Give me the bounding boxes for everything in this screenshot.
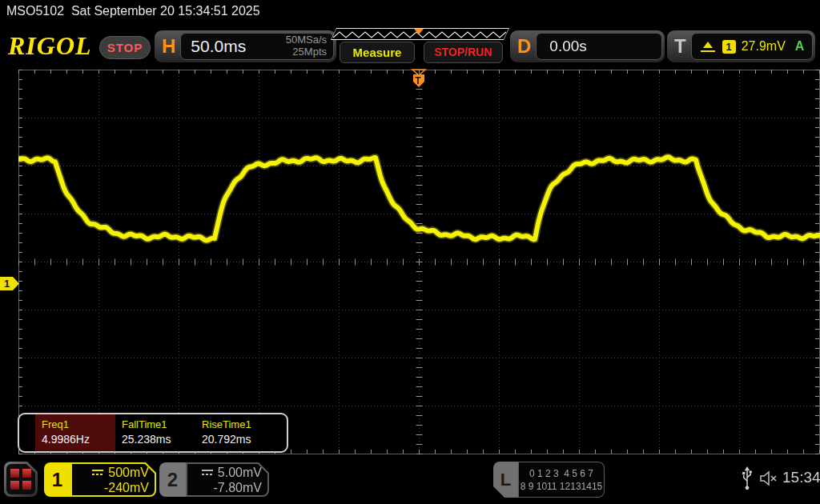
- trigger-level-value: 27.9mV: [742, 39, 786, 54]
- digital-channels-row1: 0 1 2 3 4 5 6 7: [529, 467, 593, 480]
- h-label: H: [155, 35, 180, 58]
- measurement-value: 4.9986Hz: [42, 433, 115, 446]
- timebase-value: 50.0ms: [181, 37, 246, 56]
- horizontal-settings-group[interactable]: H 50.0ms 50MSa/s 25Mpts: [155, 30, 336, 62]
- speaker-muted-icon: [759, 470, 779, 486]
- trigger-marker-label: T: [409, 75, 427, 86]
- measurement-label: Freq1: [42, 418, 115, 430]
- measure-button[interactable]: Measure: [340, 42, 415, 63]
- menu-grid-icon: [6, 464, 35, 494]
- channel1-status-block[interactable]: 1 500mV -240mV: [44, 462, 156, 497]
- stop-run-button[interactable]: STOP/RUN: [424, 42, 503, 63]
- sample-rate-memdepth: 50MSa/s 25Mpts: [286, 34, 333, 58]
- trigger-mode: A: [795, 39, 812, 54]
- channel2-number-tab[interactable]: 2: [159, 462, 186, 497]
- channel1-number-tab[interactable]: 1: [44, 462, 70, 497]
- channel1-offset: -240mV: [104, 480, 149, 495]
- trigger-settings-group[interactable]: T 1 27.9mV A: [667, 30, 815, 62]
- sample-rate: 50MSa/s: [286, 34, 327, 46]
- channel2-scale: 5.00mV: [218, 465, 262, 480]
- measurement-panel[interactable]: Freq1 4.9986Hz FallTime1 25.238ms RiseTi…: [18, 413, 288, 453]
- measurement-label: FallTime1: [122, 418, 195, 430]
- logic-analyzer-tab[interactable]: L: [493, 462, 518, 498]
- measurement-value: 25.238ms: [122, 433, 195, 446]
- t-label: T: [667, 35, 691, 58]
- measurement-falltime1[interactable]: FallTime1 25.238ms: [115, 414, 195, 451]
- logic-analyzer-block[interactable]: L 0 1 2 3 4 5 6 7 8 9 1011 12131415: [493, 462, 605, 498]
- measurement-value: 20.792ms: [202, 433, 275, 446]
- measurement-panel-spacer: [19, 414, 35, 451]
- model-and-datetime: MSO5102 Sat September 20 15:34:51 2025: [6, 4, 260, 18]
- channel2-offset: -7.80mV: [214, 480, 262, 495]
- memory-depth: 25Mpts: [292, 46, 327, 58]
- rigol-logo: RIGOL: [8, 31, 92, 61]
- acquisition-stop-badge: STOP: [99, 36, 151, 59]
- digital-channels-row2: 8 9 1011 12131415: [521, 480, 603, 493]
- dc-coupling-icon: [201, 469, 214, 476]
- trigger-box[interactable]: 1 27.9mV A: [691, 33, 813, 60]
- usb-icon: [742, 466, 753, 490]
- delay-value: 0.00s: [537, 38, 586, 55]
- delay-settings-group[interactable]: D 0.00s: [510, 30, 665, 62]
- trigger-slope-icon: [700, 40, 716, 53]
- channel1-scale: 500mV: [108, 465, 149, 480]
- channel2-status-block[interactable]: 2 5.00mV -7.80mV: [159, 462, 269, 497]
- measurement-freq1[interactable]: Freq1 4.9986Hz: [35, 414, 115, 451]
- timebase-box[interactable]: 50.0ms 50MSa/s 25Mpts: [180, 33, 334, 60]
- dc-coupling-icon: [91, 469, 104, 476]
- measurement-risetime1[interactable]: RiseTime1 20.792ms: [195, 414, 275, 451]
- clock: 15:34: [782, 469, 820, 486]
- d-label: D: [510, 35, 536, 58]
- oscilloscope-screen: MSO5102 Sat September 20 15:34:51 2025 R…: [0, 0, 820, 504]
- measurement-label: RiseTime1: [202, 418, 275, 430]
- delay-box[interactable]: 0.00s: [536, 33, 662, 60]
- preview-trigger-position-icon: [414, 29, 424, 34]
- trigger-source-badge: 1: [722, 40, 736, 54]
- trigger-position-marker[interactable]: T: [409, 69, 428, 88]
